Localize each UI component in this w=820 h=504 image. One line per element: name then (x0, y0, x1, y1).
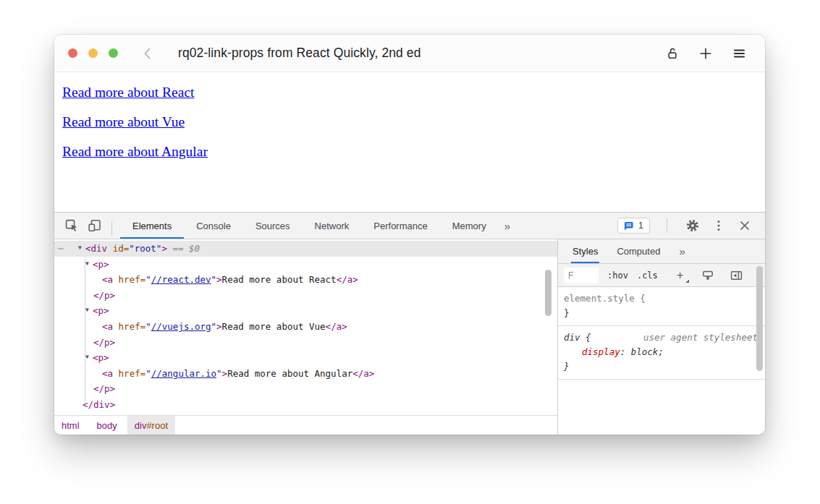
tab-computed[interactable]: Computed (617, 239, 660, 263)
styles-scrollbar-thumb[interactable] (756, 266, 763, 371)
back-button[interactable] (140, 46, 156, 61)
pseudo-state-button[interactable]: :hov (607, 270, 628, 281)
paragraph: Read more about React (62, 85, 765, 101)
devtools-tabs: Elements Console Sources Network Perform… (120, 213, 516, 239)
styles-sidebar: Styles Computed » :hov .cls + (557, 239, 765, 435)
breadcrumb-tag: body (97, 420, 117, 431)
element-classes-button[interactable]: .cls (637, 270, 658, 281)
angular-link[interactable]: Read more about Angular (62, 144, 208, 159)
caret-down-icon[interactable]: ▼ (78, 240, 85, 256)
breadcrumb-tag: div (135, 420, 147, 431)
caret-down-icon[interactable]: ▼ (85, 256, 93, 272)
code-token-tag: > (222, 368, 228, 379)
close-devtools-button[interactable] (736, 217, 753, 234)
code-token-attr: href= (119, 368, 146, 379)
new-style-rule-button[interactable]: + (674, 269, 687, 282)
chevron-double-right-icon: » (504, 220, 510, 232)
code-token-attr: href= (119, 321, 146, 332)
tree-row-div-close[interactable]: </div> (54, 397, 557, 413)
code-token-meta: == $0 (167, 243, 200, 254)
more-tabs-button[interactable]: » (499, 213, 516, 239)
traffic-close-button[interactable] (68, 48, 77, 58)
settings-button[interactable] (684, 217, 701, 234)
paint-roller-button[interactable] (700, 268, 716, 283)
device-toolbar-button[interactable] (86, 217, 103, 234)
caret-down-icon[interactable]: ▼ (85, 302, 93, 318)
styles-filter-input[interactable] (564, 268, 599, 283)
code-token-tag: </a> (352, 368, 374, 379)
css-property-separator: : (620, 346, 631, 357)
traffic-minimize-button[interactable] (88, 48, 98, 58)
tree-row-code: <p> (93, 350, 109, 366)
code-token-tag: <div (85, 243, 113, 254)
tab-sources[interactable]: Sources (243, 213, 303, 239)
tree-row-code: </div> (83, 397, 115, 413)
code-token-val: "root" (129, 243, 161, 254)
tree-row-p-open[interactable]: ▼ <p> (54, 350, 557, 366)
more-actions-ellipsis-icon[interactable]: ⋯ (58, 241, 64, 257)
new-tab-button[interactable] (697, 45, 714, 62)
browser-window: rq02-link-props from React Quickly, 2nd … (54, 35, 765, 435)
tab-network[interactable]: Network (303, 213, 362, 239)
code-token-tag: </a> (326, 321, 347, 332)
caret-down-icon[interactable]: ▼ (85, 349, 93, 365)
sidebar-more-tabs-button[interactable]: » (679, 239, 685, 263)
vue-link[interactable]: Read more about Vue (62, 114, 185, 129)
code-token-link[interactable]: //vuejs.org (151, 321, 211, 332)
tree-row-p-close[interactable]: </p> (54, 335, 557, 351)
devtools-toolbar-right: 1 (617, 213, 765, 239)
code-token-link[interactable]: //react.dev (151, 274, 211, 285)
elements-scrollbar-thumb[interactable] (545, 270, 551, 316)
code-token-tag: </p> (93, 383, 115, 394)
tab-performance[interactable]: Performance (361, 213, 439, 239)
inspect-element-button[interactable] (63, 217, 80, 234)
user-agent-style-rule[interactable]: div { user agent stylesheet display: blo… (558, 326, 765, 380)
code-token-tag: > (216, 274, 222, 285)
tree-row-div-root[interactable]: ⋯ ▼ <div id="root"> == $0 (54, 241, 557, 257)
tree-row-p-open[interactable]: ▼ <p> (54, 257, 557, 273)
kebab-menu-icon (711, 218, 726, 233)
device-toolbar-icon (88, 218, 102, 233)
breadcrumb-body[interactable]: body (90, 416, 124, 435)
code-token-val: " (211, 321, 217, 332)
more-options-button[interactable] (710, 217, 727, 234)
code-token-text: Read more about Vue (222, 321, 326, 332)
code-token-val: " (216, 368, 222, 379)
breadcrumb-html[interactable]: html (54, 416, 87, 435)
rule-selector: div { (564, 330, 591, 345)
tree-row-p-close[interactable]: </p> (54, 381, 557, 397)
plus-icon: + (677, 268, 684, 283)
stylesheet-origin-label: user agent stylesheet (643, 330, 759, 345)
code-token-tag: </p> (93, 290, 115, 301)
issues-button[interactable]: 1 (617, 218, 650, 234)
inline-style-rule[interactable]: element.style { } (558, 287, 765, 326)
code-token-tag: <a (102, 274, 119, 285)
toolbar-divider (667, 218, 667, 233)
computed-sidebar-toggle-button[interactable] (728, 268, 744, 283)
tab-elements[interactable]: Elements (120, 213, 184, 239)
code-token-tag: <p> (93, 352, 109, 363)
tree-row-a-react[interactable]: <a href="//react.dev">Read more about Re… (54, 272, 557, 288)
lock-open-icon (666, 47, 679, 60)
code-token-link[interactable]: //angular.io (151, 368, 216, 379)
tree-row-a-angular[interactable]: <a href="//angular.io">Read more about A… (54, 366, 557, 382)
traffic-zoom-button[interactable] (109, 48, 118, 58)
breadcrumb-div-root[interactable]: div #root (127, 416, 175, 435)
code-token-val: " (211, 274, 217, 285)
tree-row-code: <a href="//angular.io">Read more about A… (102, 366, 374, 382)
tree-row-p-open[interactable]: ▼ <p> (54, 303, 557, 319)
styles-rules-pane: element.style { } div { user agent style… (558, 287, 765, 435)
styles-filter-bar: :hov .cls + (558, 264, 765, 287)
react-link[interactable]: Read more about React (62, 85, 194, 100)
tab-console[interactable]: Console (184, 213, 243, 239)
tab-memory[interactable]: Memory (440, 213, 499, 239)
tab-overview-button[interactable] (730, 45, 748, 62)
tab-styles[interactable]: Styles (572, 239, 598, 263)
tree-row-a-vue[interactable]: <a href="//vuejs.org">Read more about Vu… (54, 319, 557, 335)
css-property-line[interactable]: display: block; (564, 345, 759, 359)
site-security-button[interactable] (664, 45, 681, 62)
tree-row-p-close[interactable]: </p> (54, 288, 557, 304)
rule-selector-line: div { user agent stylesheet (564, 330, 759, 345)
devtools-body: ⋯ ▼ <div id="root"> == $0 ▼ <p> <a href=… (54, 239, 765, 435)
rule-selector-text: div (564, 332, 580, 343)
